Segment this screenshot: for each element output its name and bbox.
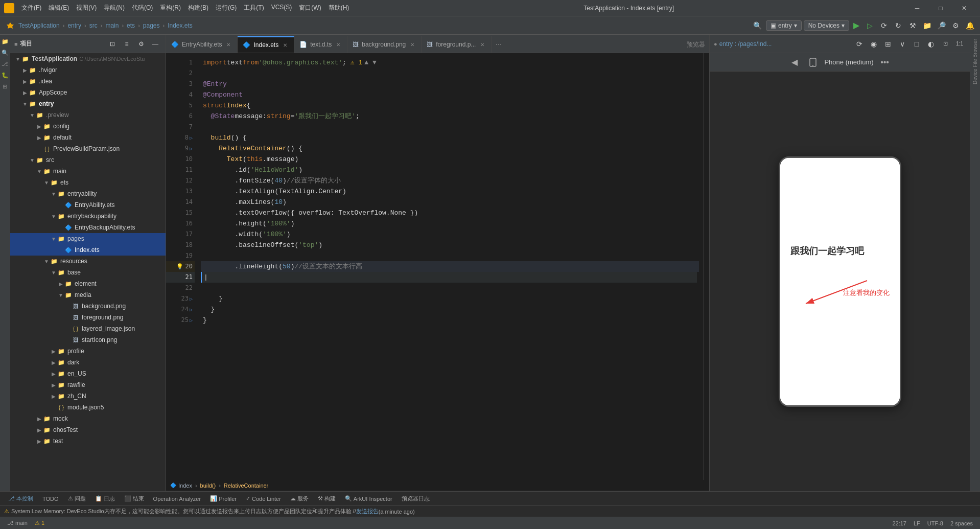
notification-send-report-link[interactable]: 发送报告 (356, 508, 379, 515)
tree-item-main[interactable]: ▼ 📁 main (10, 166, 166, 177)
tree-item-base[interactable]: ▼ 📁 base (10, 267, 166, 278)
preview-frame-icon1[interactable]: □ (911, 38, 923, 50)
status-encoding[interactable]: UTF-8 (924, 520, 946, 526)
breadcrumb-main[interactable]: main (105, 22, 119, 29)
breadcrumb-index[interactable]: Index (178, 482, 192, 489)
bottom-btn-problems[interactable]: ⚠问题 (64, 494, 90, 503)
menu-vcs[interactable]: VCS(S) (268, 3, 295, 13)
tree-item-hvigor[interactable]: ▶ 📁 .hvigor (10, 64, 166, 76)
tree-item-indexets[interactable]: ▶ 🔷 Index.ets (10, 244, 166, 256)
bottom-btn-preview-log[interactable]: 预览器日志 (398, 494, 434, 503)
code-editor[interactable]: import text from '@ohos.graphics.text'; … (197, 53, 703, 480)
preview-zoom-icon[interactable]: ⊡ (939, 38, 951, 50)
bottom-btn-terminal[interactable]: ⬛结束 (120, 494, 148, 503)
status-line-ending[interactable]: LF (911, 520, 923, 526)
bottom-btn-services[interactable]: ☁服务 (286, 494, 313, 503)
breadcrumb-indexets[interactable]: Index.ets (168, 22, 193, 29)
maximize-button[interactable]: □ (929, 0, 952, 16)
bottom-btn-versioncontrol[interactable]: ⎇本控制 (4, 494, 37, 503)
tree-item-rawfile[interactable]: ▶ 📁 rawfile (10, 379, 166, 390)
menu-navigate[interactable]: 导航(N) (101, 3, 128, 13)
menu-view[interactable]: 视图(V) (73, 3, 100, 13)
close-button[interactable]: ✕ (952, 0, 976, 16)
tab-textdts[interactable]: 📄 text.d.ts ✕ (294, 36, 347, 53)
menu-run[interactable]: 运行(G) (213, 3, 240, 13)
preview-expand-icon[interactable]: ∨ (896, 38, 908, 50)
tree-item-previewbuildparam[interactable]: ▶ { } PreviewBuildParam.json (10, 143, 166, 154)
tree-item-ets[interactable]: ▼ 📁 ets (10, 177, 166, 188)
no-devices-button[interactable]: No Devices▾ (804, 20, 849, 31)
search-everywhere-icon[interactable]: 🔍 (752, 19, 764, 32)
bottom-btn-todo[interactable]: TODO (38, 495, 63, 503)
tab-foreground-png[interactable]: 🖼 foreground.p... ✕ (422, 36, 492, 53)
bottom-btn-codelinter[interactable]: ✓Code Linter (242, 494, 285, 503)
status-indent[interactable]: 2 spaces (947, 520, 976, 526)
tab-entryability[interactable]: 🔷 EntryAbility.ets ✕ (166, 36, 238, 53)
entry-module-button[interactable]: ▣entry▾ (766, 20, 802, 31)
preview-eye-icon[interactable]: ◉ (868, 38, 880, 50)
sync-button[interactable]: ↻ (892, 19, 904, 32)
tree-item-resources[interactable]: ▼ 📁 resources (10, 256, 166, 267)
menu-refactor[interactable]: 重构(R) (157, 3, 184, 13)
breadcrumb-build[interactable]: build() (200, 482, 216, 489)
tree-item-appscope[interactable]: ▶ 📁 AppScope (10, 87, 166, 98)
tree-item-mock[interactable]: ▶ 📁 mock (10, 413, 166, 424)
activity-git[interactable]: ⎇ (1, 59, 10, 68)
tree-item-entryability[interactable]: ▼ 📁 entryability (10, 188, 166, 199)
tree-item-entryability-file[interactable]: ▶ 🔷 EntryAbility.ets (10, 199, 166, 211)
preview-phone-button[interactable] (806, 55, 820, 70)
bottom-btn-arkui-inspector[interactable]: 🔍ArkUI Inspector (341, 494, 396, 503)
sidebar-expand-icon[interactable]: ⊡ (106, 38, 119, 50)
preview-grid-icon[interactable]: ⊞ (882, 38, 894, 50)
build-button[interactable]: ⚒ (906, 19, 919, 32)
menu-code[interactable]: 代码(O) (129, 3, 156, 13)
tree-item-idea[interactable]: ▶ 📁 .idea (10, 76, 166, 87)
status-warnings[interactable]: ⚠ 1 (32, 517, 48, 529)
editor-scrollbar[interactable] (703, 53, 709, 480)
activity-search[interactable]: 🔍 (1, 48, 10, 57)
breadcrumb-testapp[interactable]: TestApplication (18, 22, 60, 29)
tab-more-button[interactable]: ⋯ (492, 36, 506, 53)
notifications-icon[interactable]: 🔔 (964, 19, 976, 32)
breadcrumb-pages[interactable]: pages (143, 22, 160, 29)
menu-build[interactable]: 构建(B) (185, 3, 212, 13)
sidebar-filter-icon[interactable]: ⚙ (135, 38, 147, 50)
settings-gear-icon[interactable]: ⚙ (949, 19, 962, 32)
tree-item-src[interactable]: ▼ 📁 src (10, 154, 166, 166)
search-icon[interactable]: 🔎 (935, 19, 947, 32)
tree-item-test[interactable]: ▶ 📁 test (10, 435, 166, 447)
tab-close-indexets[interactable]: ✕ (282, 41, 289, 49)
tree-item-dark[interactable]: ▶ 📁 dark (10, 357, 166, 368)
settings-icon[interactable] (4, 19, 16, 32)
status-vcs[interactable]: ⎇ main (4, 517, 31, 529)
tree-item-entry[interactable]: ▼ 📁 entry (10, 98, 166, 109)
tree-item-default[interactable]: ▶ 📁 default (10, 132, 166, 143)
tree-item-ohostest[interactable]: ▶ 📁 ohosTest (10, 424, 166, 435)
breadcrumb-entry[interactable]: entry (67, 22, 81, 29)
sidebar-collapse-icon[interactable]: ≡ (121, 38, 133, 50)
tree-item-zh-cn[interactable]: ▶ 📁 zh_CN (10, 390, 166, 402)
breadcrumb-src[interactable]: src (89, 22, 98, 29)
tree-item-entrybackup-file[interactable]: ▶ 🔷 EntryBackupAbility.ets (10, 222, 166, 233)
activity-extensions[interactable]: ⊞ (1, 82, 10, 91)
tree-item-entrybackupability[interactable]: ▼ 📁 entrybackupability (10, 211, 166, 222)
tab-close-background-png[interactable]: ✕ (409, 41, 416, 48)
tree-item-media[interactable]: ▼ 📁 media (10, 289, 166, 301)
menu-file[interactable]: 文件(F) (18, 3, 44, 13)
bottom-btn-build[interactable]: ⚒构建 (314, 494, 340, 503)
device-file-browser-tab[interactable]: Device File Browser (971, 35, 979, 88)
tree-item-foreground-png[interactable]: ▶ 🖼 foreground.png (10, 312, 166, 323)
activity-project[interactable]: 📁 (1, 37, 10, 46)
debug-button[interactable]: ▷ (864, 19, 876, 32)
tab-background-png[interactable]: 🖼 background.png ✕ (347, 36, 422, 53)
minimize-button[interactable]: ─ (905, 0, 929, 16)
activity-debug[interactable]: 🐛 (1, 71, 10, 80)
tree-item-layered-json[interactable]: ▶ { } layered_image.json (10, 323, 166, 334)
tree-item-root[interactable]: ▼ 📁 TestApplication C:\Users\MSN\DevEcoS… (10, 53, 166, 64)
breadcrumb-relativecontainer[interactable]: RelativeContainer (224, 482, 268, 489)
breadcrumb-ets[interactable]: ets (127, 22, 135, 29)
sidebar-more-icon[interactable]: — (149, 38, 161, 50)
preview-back-button[interactable]: ◀ (787, 55, 802, 70)
status-position[interactable]: 22:17 (889, 520, 909, 526)
open-folder-icon[interactable]: 📁 (921, 19, 933, 32)
